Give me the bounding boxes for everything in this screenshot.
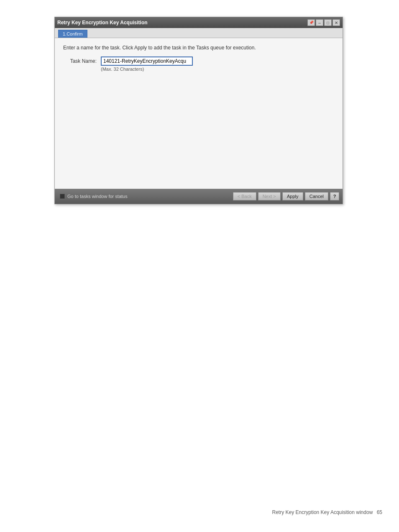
- footer-text: Retry Key Encryption Key Acquisition win…: [272, 509, 373, 515]
- footer-left-area: Go to tasks window for status: [60, 194, 231, 199]
- tab-bar: 1.Confirm: [55, 28, 343, 38]
- form-field-group: (Max. 32 Characters): [101, 57, 193, 72]
- form-row: Task Name: (Max. 32 Characters): [63, 57, 334, 72]
- next-button[interactable]: Next >: [258, 192, 281, 200]
- dialog-title: Retry Key Encryption Key Acquisition: [57, 20, 148, 26]
- title-bar: Retry Key Encryption Key Acquisition 📌 –…: [55, 17, 343, 28]
- goto-tasks-label: Go to tasks window for status: [67, 194, 128, 199]
- cancel-button[interactable]: Cancel: [305, 192, 328, 200]
- close-button[interactable]: ✕: [332, 19, 340, 26]
- help-button[interactable]: ?: [330, 192, 339, 200]
- footer-bar: Go to tasks window for status < Back Nex…: [55, 189, 343, 204]
- apply-button[interactable]: Apply: [282, 192, 303, 200]
- task-name-label: Task Name:: [63, 57, 97, 64]
- page-number: 65: [377, 509, 382, 515]
- tab-confirm[interactable]: 1.Confirm: [58, 30, 87, 38]
- pin-button[interactable]: 📌: [307, 19, 315, 26]
- instruction-text: Enter a name for the task. Click Apply t…: [63, 45, 334, 51]
- dialog-window: Retry Key Encryption Key Acquisition 📌 –…: [54, 17, 343, 204]
- page-footer: Retry Key Encryption Key Acquisition win…: [272, 509, 382, 515]
- task-name-input[interactable]: [101, 57, 193, 66]
- minimize-button[interactable]: –: [316, 19, 323, 26]
- back-button[interactable]: < Back: [233, 192, 256, 200]
- dialog-content: Enter a name for the task. Click Apply t…: [55, 38, 343, 189]
- field-hint: (Max. 32 Characters): [101, 67, 193, 72]
- maximize-button[interactable]: □: [324, 19, 332, 26]
- goto-tasks-checkbox[interactable]: [60, 194, 65, 199]
- title-bar-controls: 📌 – □ ✕: [307, 19, 340, 26]
